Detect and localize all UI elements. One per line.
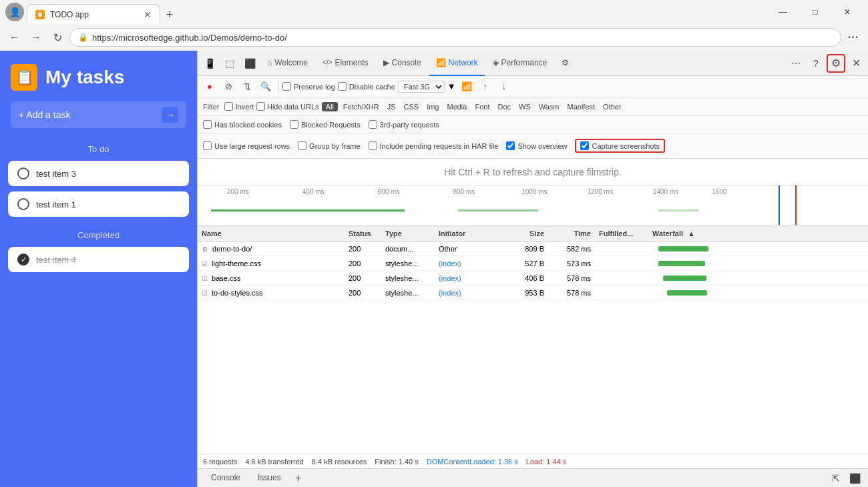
table-row[interactable]: ☑ light-theme.css 200 styleshe... (index… <box>198 256 868 271</box>
tab-close-button[interactable]: ✕ <box>144 9 152 20</box>
tab-welcome[interactable]: ⌂ Welcome <box>260 51 314 76</box>
task-checkbox-4[interactable]: ✓ <box>17 254 29 266</box>
third-party-checkbox[interactable]: 3rd-party requests <box>369 120 439 129</box>
filter-ws[interactable]: WS <box>516 102 533 111</box>
group-frame-checkbox[interactable]: Group by frame <box>298 141 360 150</box>
row2-type-icon: ☑ <box>202 260 208 268</box>
settings-gear-button[interactable]: ⚙ <box>827 54 845 73</box>
invert-input[interactable] <box>224 102 233 111</box>
pending-har-input[interactable] <box>369 141 377 150</box>
bottom-tab-console[interactable]: Console <box>203 469 248 488</box>
active-tab[interactable]: 📋 TODO app ✕ <box>27 4 160 24</box>
tl-label-1600: 1600 <box>712 188 726 195</box>
throttle-select[interactable]: Fast 3G <box>398 81 445 93</box>
header-status[interactable]: Status <box>345 229 381 237</box>
task-checkbox-3[interactable] <box>17 167 29 179</box>
filter-font[interactable]: Font <box>472 102 492 111</box>
filter-img[interactable]: Img <box>424 102 441 111</box>
show-overview-input[interactable] <box>506 141 515 150</box>
refresh-button[interactable]: ↻ <box>48 28 67 47</box>
filter-fetch-xhr[interactable]: Fetch/XHR <box>341 102 382 111</box>
filter-wasm[interactable]: Wasm <box>536 102 562 111</box>
search-network-button[interactable]: 🔍 <box>258 79 274 95</box>
blocked-cookies-checkbox[interactable]: Has blocked cookies <box>203 120 282 129</box>
header-time[interactable]: Time <box>548 229 595 237</box>
more-options-button[interactable]: ··· <box>844 28 863 47</box>
add-task-button[interactable]: + Add a task → <box>11 101 186 128</box>
upload-button[interactable]: ↑ <box>477 79 493 95</box>
tab-network[interactable]: 📶 Network <box>429 51 485 76</box>
user-avatar[interactable]: 👤 <box>5 3 24 21</box>
large-rows-input[interactable] <box>203 141 212 150</box>
inspect-element-button[interactable]: 📱 <box>200 54 219 73</box>
task-item-1[interactable]: test item 1 <box>8 191 189 217</box>
header-waterfall[interactable]: Waterfall ▲ <box>648 229 868 237</box>
new-tab-button[interactable]: + <box>160 5 179 24</box>
large-rows-checkbox[interactable]: Use large request rows <box>203 141 290 150</box>
back-button[interactable]: ← <box>5 28 24 47</box>
more-tools-button[interactable]: ⋯ <box>787 54 805 73</box>
filter-css[interactable]: CSS <box>401 102 422 111</box>
import-export-button[interactable]: 📶 <box>459 79 475 95</box>
show-overview-checkbox[interactable]: Show overview <box>506 141 567 150</box>
filter-bar: Filter Invert Hide data URLs All Fetch/X… <box>198 97 868 116</box>
tab-console[interactable]: ▶ Console <box>377 51 428 76</box>
forward-button[interactable]: → <box>27 28 45 47</box>
table-row[interactable]: ☑ base.css 200 styleshe... (index) 406 B… <box>198 271 868 286</box>
disable-cache-checkbox[interactable]: Disable cache <box>338 82 395 91</box>
throttle-dropdown-button[interactable]: ▼ <box>447 81 456 91</box>
tab-performance[interactable]: ◈ Performance <box>486 51 554 76</box>
group-frame-input[interactable] <box>298 141 306 150</box>
table-row[interactable]: 🗎 demo-to-do/ 200 docum... Other 809 B 5… <box>198 241 868 256</box>
capture-screenshots-checkbox[interactable]: Capture screenshots <box>580 141 660 150</box>
capture-screenshots-input[interactable] <box>580 141 589 150</box>
disable-cache-input[interactable] <box>338 82 347 91</box>
task-item-3[interactable]: test item 3 <box>8 161 189 186</box>
clear-button[interactable]: ⊘ <box>220 79 236 95</box>
devtools-close-button[interactable]: ✕ <box>847 54 865 73</box>
filter-other[interactable]: Other <box>600 102 624 111</box>
filter-js[interactable]: JS <box>385 102 399 111</box>
hide-urls-checkbox[interactable]: Hide data URLs <box>256 102 319 111</box>
tab-more[interactable]: ⚙ <box>555 51 576 76</box>
screen-cast-button[interactable]: ⬛ <box>240 54 259 73</box>
preserve-log-input[interactable] <box>282 82 291 91</box>
bottom-tab-issues[interactable]: Issues <box>250 469 289 488</box>
filter-all-button[interactable]: All <box>322 102 338 111</box>
close-button[interactable]: ✕ <box>832 2 863 22</box>
header-initiator[interactable]: Initiator <box>435 229 501 237</box>
blocked-requests-input[interactable] <box>290 120 298 129</box>
header-size[interactable]: Size <box>501 229 548 237</box>
dock-bottom-button[interactable]: ⬛ <box>847 470 863 486</box>
task-item-4[interactable]: ✓ test item 4 <box>8 247 189 272</box>
network-conditions-button[interactable]: ⇅ <box>239 79 255 95</box>
record-button[interactable]: ● <box>202 79 218 95</box>
hide-urls-input[interactable] <box>256 102 265 111</box>
row4-type-icon: ☑ <box>202 290 208 297</box>
elements-label: Elements <box>335 58 369 67</box>
header-name[interactable]: Name <box>198 229 345 237</box>
url-bar[interactable]: 🔒 https://microsoftedge.github.io/Demos/… <box>69 28 841 47</box>
tab-elements[interactable]: </> Elements <box>316 51 375 76</box>
filter-media[interactable]: Media <box>444 102 469 111</box>
table-row[interactable]: ☑ to-do-styles.css 200 styleshe... (inde… <box>198 286 868 300</box>
filter-manifest[interactable]: Manifest <box>565 102 598 111</box>
invert-filter-checkbox[interactable]: Invert <box>224 102 254 111</box>
device-emulation-button[interactable]: ⬚ <box>220 54 239 73</box>
help-button[interactable]: ? <box>807 54 825 73</box>
undock-button[interactable]: ⇱ <box>828 470 844 486</box>
header-fulfilled[interactable]: Fulfilled... <box>595 229 648 237</box>
pending-har-checkbox[interactable]: Include pending requests in HAR file <box>369 141 499 150</box>
show-overview-label: Show overview <box>517 142 567 150</box>
header-type[interactable]: Type <box>381 229 435 237</box>
blocked-requests-checkbox[interactable]: Blocked Requests <box>290 120 361 129</box>
task-checkbox-1[interactable] <box>17 198 29 210</box>
download-button[interactable]: ↓ <box>496 79 512 95</box>
maximize-button[interactable]: □ <box>800 2 831 22</box>
minimize-button[interactable]: — <box>768 2 799 22</box>
blocked-cookies-input[interactable] <box>203 120 212 129</box>
third-party-input[interactable] <box>369 120 377 129</box>
filter-doc[interactable]: Doc <box>495 102 513 111</box>
preserve-log-checkbox[interactable]: Preserve log <box>282 82 335 91</box>
add-tab-button[interactable]: + <box>290 470 306 486</box>
